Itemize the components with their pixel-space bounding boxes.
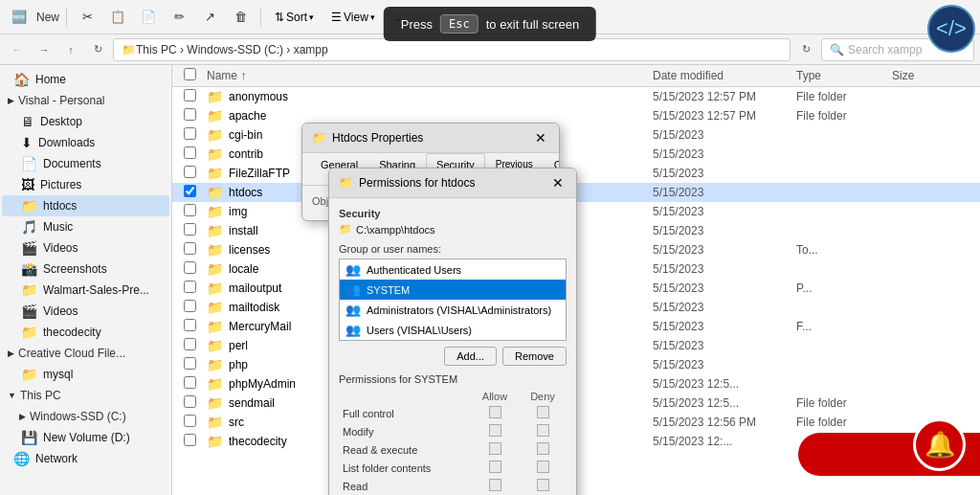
deny-checkbox[interactable] (537, 406, 549, 418)
table-row[interactable]: 📁cgi-bin 5/15/2023 (172, 125, 980, 145)
sidebar-item-videos2[interactable]: 🎬 Videos (2, 301, 169, 322)
sidebar-item-downloads[interactable]: ⬇ Downloads (2, 132, 169, 153)
row-checkbox[interactable] (184, 127, 196, 140)
row-checkbox[interactable] (184, 281, 196, 293)
sidebar-section-thispc[interactable]: ▼ This PC (0, 385, 171, 406)
table-row[interactable]: 📁contrib 5/15/2023 (172, 145, 980, 164)
sidebar-section-creative[interactable]: ▶ Creative Cloud File... (0, 343, 171, 364)
sidebar-section-vishal[interactable]: ▶ Vishal - Personal (0, 90, 171, 111)
sidebar-item-music[interactable]: 🎵 Music (2, 216, 169, 237)
add-button[interactable]: Add... (444, 347, 497, 366)
up-button[interactable]: ↑ (59, 38, 82, 61)
folder-icon: 📁 (207, 319, 223, 334)
row-checkbox[interactable] (184, 89, 196, 101)
rename-button[interactable]: ✏ (166, 4, 192, 31)
row-checkbox[interactable] (184, 204, 196, 216)
copy-button[interactable]: 📋 (104, 4, 131, 31)
sidebar-item-videos[interactable]: 🎬 Videos (2, 237, 169, 259)
paste-button[interactable]: 📄 (135, 4, 162, 31)
row-checkbox[interactable] (184, 357, 196, 370)
perm-close-button[interactable]: ✕ (549, 174, 567, 191)
perm-deny[interactable] (519, 459, 567, 477)
perm-deny[interactable] (519, 440, 567, 459)
htdoc-close-button[interactable]: ✕ (532, 129, 549, 146)
perm-deny[interactable] (519, 404, 567, 422)
allow-checkbox[interactable] (489, 461, 501, 473)
share-button[interactable]: ↗ (196, 4, 223, 31)
row-name: 📁anonymous (207, 89, 653, 104)
delete-button[interactable]: 🗑 (227, 4, 254, 31)
perm-allow[interactable] (471, 422, 519, 440)
perm-allow[interactable] (471, 404, 519, 422)
header-name[interactable]: Name ↑ (207, 69, 653, 82)
table-row[interactable]: 📁apache 5/15/2023 12:57 PM File folder (172, 106, 980, 125)
sidebar-item-new-volume[interactable]: 💾 New Volume (D:) (2, 427, 169, 448)
allow-checkbox[interactable] (489, 406, 501, 418)
remove-button[interactable]: Remove (502, 347, 567, 366)
group-item-administrators[interactable]: 👥 Administrators (VISHAL\Administrators) (340, 300, 566, 320)
sidebar-section-windows-ssd[interactable]: ▶ Windows-SSD (C:) (0, 406, 171, 427)
row-checkbox[interactable] (184, 146, 196, 159)
deny-checkbox[interactable] (537, 442, 549, 455)
select-all-checkbox[interactable] (184, 68, 196, 80)
row-checkbox[interactable] (184, 338, 196, 350)
documents-icon: 📄 (21, 156, 37, 171)
group-item-system[interactable]: 👥 SYSTEM (340, 280, 566, 300)
network-icon: 🌐 (13, 451, 30, 466)
perm-deny[interactable] (519, 422, 567, 440)
allow-checkbox[interactable] (489, 479, 501, 491)
row-checkbox[interactable] (184, 261, 196, 274)
header-type[interactable]: Type (796, 69, 892, 82)
address-refresh-button[interactable]: ↻ (794, 38, 817, 61)
sidebar-item-mysql[interactable]: 📁 mysql (2, 364, 169, 385)
perm-deny[interactable] (519, 477, 567, 495)
deny-checkbox[interactable] (537, 479, 549, 491)
folder-icon: 📁 (207, 166, 223, 181)
new-button[interactable]: 🆕 (6, 4, 33, 31)
row-checkbox[interactable] (184, 395, 196, 408)
row-checkbox[interactable] (184, 319, 196, 331)
row-checkbox[interactable] (184, 376, 196, 389)
sidebar-item-walmart[interactable]: 📁 Walmart-Sales-Pre... (2, 280, 169, 301)
sidebar-item-thecodecity[interactable]: 📁 thecodecity (2, 322, 169, 343)
deny-checkbox[interactable] (537, 424, 549, 437)
row-checkbox[interactable] (184, 242, 196, 255)
sidebar-creative-label: Creative Cloud File... (18, 347, 125, 360)
allow-checkbox[interactable] (489, 424, 501, 437)
cut-button[interactable]: ✂ (74, 4, 100, 31)
folder-icon: 📁 (207, 127, 223, 143)
sidebar-item-network[interactable]: 🌐 Network (2, 448, 169, 469)
group-item-authenticated[interactable]: 👥 Authenticated Users (340, 259, 566, 280)
sidebar-item-screenshots[interactable]: 📸 Screenshots (2, 259, 169, 280)
group-item-users[interactable]: 👥 Users (VISHAL\Users) (340, 320, 566, 340)
sidebar-videos2-label: Videos (43, 304, 78, 318)
refresh-button[interactable]: ↻ (86, 38, 109, 61)
sidebar-item-desktop[interactable]: 🖥 Desktop (2, 111, 169, 132)
allow-checkbox[interactable] (489, 442, 501, 455)
row-checkbox[interactable] (184, 166, 196, 178)
row-type: File folder (796, 90, 892, 103)
perm-allow[interactable] (471, 440, 519, 459)
deny-checkbox[interactable] (537, 461, 549, 473)
row-checkbox[interactable] (184, 434, 196, 446)
sidebar-item-pictures[interactable]: 🖼 Pictures (2, 174, 169, 195)
row-checkbox[interactable] (184, 223, 196, 236)
view-dropdown[interactable]: ☰ View ▾ (324, 8, 382, 27)
address-path[interactable]: 📁 This PC › Windows-SSD (C:) › xampp (113, 38, 791, 61)
row-checkbox[interactable] (184, 185, 196, 197)
perm-allow[interactable] (471, 477, 519, 495)
row-checkbox[interactable] (184, 108, 196, 121)
forward-button[interactable]: → (33, 38, 56, 61)
sort-dropdown[interactable]: ⇅ Sort ▾ (268, 8, 321, 27)
header-date[interactable]: Date modified (653, 69, 796, 82)
row-date: 5/15/2023 (653, 205, 796, 218)
header-size[interactable]: Size (892, 69, 969, 82)
sidebar-item-htdocs[interactable]: 📁 htdocs (2, 195, 169, 216)
sidebar-item-documents[interactable]: 📄 Documents (2, 153, 169, 174)
perm-allow[interactable] (471, 459, 519, 477)
row-checkbox[interactable] (184, 415, 196, 427)
table-row[interactable]: 📁anonymous 5/15/2023 12:57 PM File folde… (172, 87, 980, 106)
row-checkbox[interactable] (184, 300, 196, 312)
back-button[interactable]: ← (6, 38, 29, 61)
sidebar-item-home[interactable]: 🏠 Home (2, 69, 169, 90)
